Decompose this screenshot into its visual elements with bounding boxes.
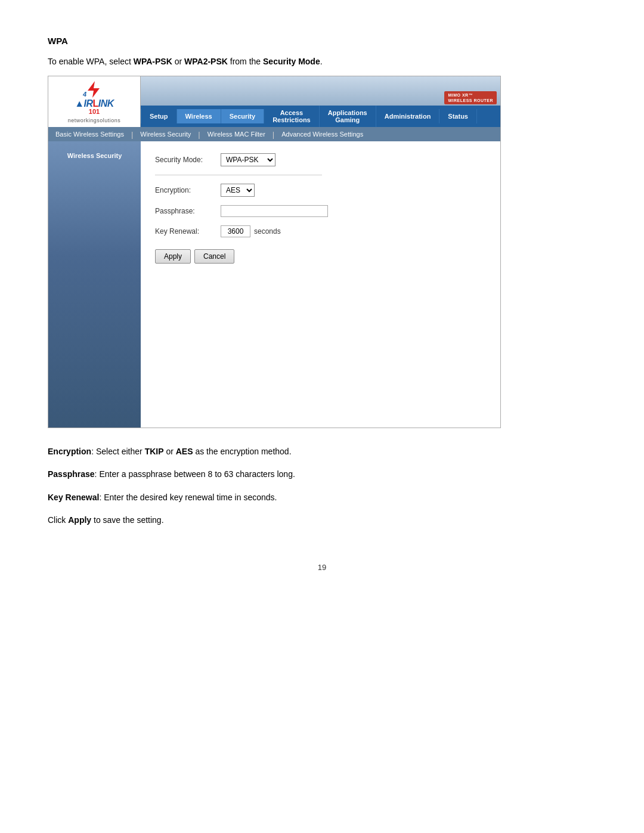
desc-passphrase-bold: Passphrase (48, 469, 95, 479)
svg-text:4: 4 (82, 91, 86, 98)
desc-click-text2: to save the setting. (91, 515, 163, 525)
page-title: WPA (48, 36, 596, 46)
tab-status[interactable]: Status (439, 109, 477, 123)
subnav-basic-wireless[interactable]: Basic Wireless Settings (48, 129, 131, 139)
desc-encryption: Encryption: Select either TKIP or AES as… (48, 445, 596, 458)
tab-access-restrictions[interactable]: AccessRestrictions (264, 106, 320, 127)
desc-encryption-bold: Encryption (48, 447, 91, 456)
desc-apply-bold: Apply (68, 515, 91, 525)
desc-key-renewal: Key Renewal: Enter the desired key renew… (48, 491, 596, 504)
desc-encryption-text1: : Select either (91, 447, 145, 456)
router-header: 4 ▲IRLINK 101 networkingsolutions MIMO X… (48, 76, 500, 127)
intro-text-end: from the (228, 57, 263, 66)
subnav-advanced-wireless[interactable]: Advanced Wireless Settings (274, 129, 370, 139)
key-renewal-row: Key Renewal: seconds (155, 225, 486, 237)
seconds-label: seconds (254, 227, 281, 236)
desc-passphrase-text: : Enter a passphrase between 8 to 63 cha… (95, 469, 295, 479)
desc-key-renewal-text: : Enter the desired key renewal time in … (99, 493, 277, 502)
intro-bold1: WPA-PSK (134, 57, 172, 66)
button-row: Apply Cancel (155, 249, 486, 264)
logo-graphic: 4 (82, 80, 107, 99)
tab-security[interactable]: Security (221, 109, 264, 123)
router-body: Wireless Security Security Mode: WPA-PSK… (48, 141, 500, 428)
sidebar-section-title: Wireless Security (48, 148, 141, 163)
intro-paragraph: To enable WPA, select WPA-PSK or WPA2-PS… (48, 57, 596, 66)
tab-wireless[interactable]: Wireless (177, 109, 221, 123)
intro-bold2: WPA2-PSK (184, 57, 228, 66)
nav-area: MIMO XR™WIRELESS ROUTER Setup Wireless S… (141, 76, 500, 127)
separator (155, 175, 322, 175)
sidebar: Wireless Security (48, 141, 141, 428)
key-renewal-label: Key Renewal: (155, 227, 221, 236)
intro-bold3: Security Mode (263, 57, 320, 66)
intro-period: . (320, 57, 323, 66)
svg-marker-0 (88, 81, 100, 98)
encryption-select[interactable]: AES TKIP (221, 184, 255, 197)
cancel-button[interactable]: Cancel (194, 249, 234, 264)
main-content: Security Mode: WPA-PSK WPA2-PSK Disabled… (141, 141, 500, 428)
page-number: 19 (48, 563, 596, 572)
nav-tabs[interactable]: Setup Wireless Security AccessRestrictio… (141, 106, 500, 127)
encryption-row: Encryption: AES TKIP (155, 184, 486, 197)
apply-button[interactable]: Apply (155, 249, 191, 264)
desc-key-renewal-bold: Key Renewal (48, 493, 99, 502)
desc-passphrase: Passphrase: Enter a passphrase between 8… (48, 467, 596, 481)
logo-number: 101 (89, 109, 100, 115)
product-badge: MIMO XR™WIRELESS ROUTER (444, 91, 497, 104)
passphrase-label: Passphrase: (155, 207, 221, 215)
tab-applications-gaming[interactable]: ApplicationsGaming (320, 106, 376, 127)
subnav-wireless-mac-filter[interactable]: Wireless MAC Filter (200, 129, 273, 139)
desc-aes-bold: AES (176, 447, 193, 456)
tab-setup[interactable]: Setup (141, 109, 177, 123)
intro-text-start: To enable WPA, select (48, 57, 134, 66)
security-mode-label: Security Mode: (155, 156, 221, 164)
desc-click-text1: Click (48, 515, 68, 525)
passphrase-row: Passphrase: (155, 205, 486, 217)
security-mode-select[interactable]: WPA-PSK WPA2-PSK Disabled WEP RADIUS (221, 153, 275, 166)
desc-encryption-text3: as the encryption method. (193, 447, 292, 456)
logo-area: 4 ▲IRLINK 101 networkingsolutions (48, 76, 141, 127)
tab-administration[interactable]: Administration (376, 109, 440, 123)
passphrase-input[interactable] (221, 205, 328, 217)
desc-tkip-bold: TKIP (145, 447, 164, 456)
airlink-logo-icon: 4 (82, 80, 107, 99)
security-mode-row: Security Mode: WPA-PSK WPA2-PSK Disabled… (155, 153, 486, 166)
encryption-label: Encryption: (155, 186, 221, 194)
intro-text-mid: or (172, 57, 184, 66)
subnav-wireless-security[interactable]: Wireless Security (133, 129, 198, 139)
logo-brand-text: ▲IRLINK (75, 99, 114, 109)
logo-networking: networkingsolutions (68, 117, 121, 123)
desc-encryption-text2: or (164, 447, 176, 456)
router-ui-frame: 4 ▲IRLINK 101 networkingsolutions MIMO X… (48, 76, 501, 428)
desc-click-apply: Click Apply to save the setting. (48, 513, 596, 527)
key-renewal-input[interactable] (221, 225, 250, 237)
subnav-bar: Basic Wireless Settings | Wireless Secur… (48, 127, 500, 141)
